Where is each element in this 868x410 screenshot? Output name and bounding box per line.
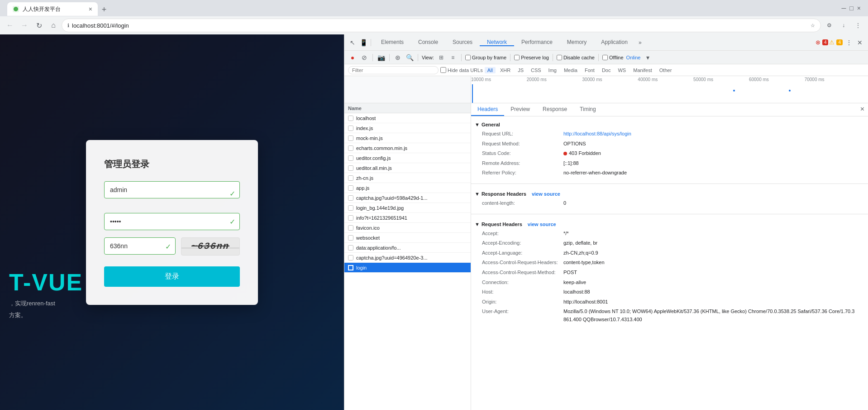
request-item-5[interactable]: ueditor.all.min.js <box>344 163 471 173</box>
menu-icon[interactable]: ⋮ <box>852 19 864 32</box>
request-item-6[interactable]: zh-cn.js <box>344 173 471 183</box>
filter-xhr-button[interactable]: XHR <box>497 67 513 73</box>
request-headers-view-source[interactable]: view source <box>528 222 556 227</box>
list-view-button[interactable]: ≡ <box>448 53 458 62</box>
details-close-button[interactable]: × <box>857 103 868 116</box>
details-tab-timing[interactable]: Timing <box>573 103 602 116</box>
response-headers-view-source[interactable]: view source <box>532 191 560 197</box>
request-item-14[interactable]: captcha.jpg?uuid=4964920e-3... <box>344 253 471 263</box>
tab-application[interactable]: Application <box>594 39 635 46</box>
req-checkbox-7[interactable] <box>348 185 353 191</box>
req-checkbox-5[interactable] <box>348 165 353 171</box>
tab-console[interactable]: Console <box>411 39 445 46</box>
restore-button[interactable]: □ <box>849 5 853 12</box>
request-item-11[interactable]: favicon.ico <box>344 223 471 233</box>
req-checkbox-12[interactable] <box>348 235 353 241</box>
throttle-dropdown[interactable]: ▾ <box>643 53 652 62</box>
filter-button[interactable]: ⊛ <box>393 53 402 62</box>
back-button[interactable]: ← <box>4 19 16 32</box>
req-checkbox-11[interactable] <box>348 225 353 231</box>
filter-font-button[interactable]: Font <box>582 67 597 73</box>
tab-more[interactable]: » <box>635 39 645 46</box>
req-checkbox-10[interactable] <box>348 215 353 221</box>
reload-button[interactable]: ↻ <box>33 19 45 32</box>
tab-sources[interactable]: Sources <box>445 39 480 46</box>
filter-ws-button[interactable]: WS <box>615 67 629 73</box>
req-checkbox-6[interactable] <box>348 175 353 181</box>
req-checkbox-9[interactable] <box>348 205 353 211</box>
tab-memory[interactable]: Memory <box>560 39 594 46</box>
request-item-12[interactable]: websocket <box>344 233 471 243</box>
req-checkbox-4[interactable] <box>348 155 353 161</box>
req-checkbox-2[interactable] <box>348 135 353 141</box>
request-headers-section-header[interactable]: ▼ Request Headers view source <box>471 220 868 229</box>
bookmark-icon[interactable]: ☆ <box>811 23 815 29</box>
extensions-icon[interactable]: ⚙ <box>823 19 835 32</box>
request-item-3[interactable]: echarts.common.min.js <box>344 143 471 153</box>
preserve-log-checkbox[interactable] <box>514 55 520 60</box>
filter-css-button[interactable]: CSS <box>528 67 544 73</box>
request-item-2[interactable]: mock-min.js <box>344 133 471 143</box>
disable-cache-checkbox[interactable] <box>557 55 562 60</box>
forward-button[interactable]: → <box>18 19 31 32</box>
captcha-image[interactable]: ~636nn <box>181 237 240 256</box>
disable-cache-label[interactable]: Disable cache <box>557 55 595 60</box>
request-item-10[interactable]: info?t=1621329651941 <box>344 213 471 223</box>
devtools-inspect-icon[interactable]: ↖ <box>348 38 357 47</box>
tab-close-button[interactable]: × <box>89 5 92 13</box>
search-button[interactable]: 🔍 <box>405 53 414 62</box>
filter-media-button[interactable]: Media <box>561 67 580 73</box>
minimize-button[interactable]: ─ <box>841 5 846 12</box>
request-item-9[interactable]: login_bg.144e19d.jpg <box>344 203 471 213</box>
offline-label[interactable]: Offline <box>602 55 624 60</box>
general-section-header[interactable]: ▼ General <box>471 120 868 129</box>
request-item-1[interactable]: index.js <box>344 123 471 133</box>
tab-network[interactable]: Network <box>480 39 514 46</box>
login-button[interactable]: 登录 <box>104 266 240 287</box>
req-checkbox-0[interactable] <box>348 116 353 121</box>
downloads-icon[interactable]: ↓ <box>837 19 850 32</box>
details-tab-preview[interactable]: Preview <box>504 103 536 116</box>
request-item-7[interactable]: app.js <box>344 183 471 193</box>
req-checkbox-14[interactable] <box>348 255 353 260</box>
password-input[interactable] <box>104 213 240 230</box>
address-bar[interactable]: ℹ localhost:8001/#/login ☆ <box>62 19 821 32</box>
preserve-log-label[interactable]: Preserve log <box>514 55 549 60</box>
offline-checkbox[interactable] <box>602 55 608 60</box>
filter-img-button[interactable]: Img <box>546 67 559 73</box>
response-headers-section-header[interactable]: ▼ Response Headers view source <box>471 189 868 198</box>
tab-elements[interactable]: Elements <box>374 39 411 46</box>
req-checkbox-13[interactable] <box>348 245 353 251</box>
request-item-13[interactable]: data:application/fo... <box>344 243 471 253</box>
filter-manifest-button[interactable]: Manifest <box>630 67 655 73</box>
camera-button[interactable]: 📷 <box>377 53 386 62</box>
devtools-device-icon[interactable]: 📱 <box>359 38 368 47</box>
devtools-close-icon[interactable]: ✕ <box>855 38 864 47</box>
req-checkbox-8[interactable] <box>348 195 353 201</box>
stop-button[interactable]: ⊘ <box>360 53 369 62</box>
request-item-8[interactable]: captcha.jpg?uuid=598a429d-1... <box>344 193 471 203</box>
filter-doc-button[interactable]: Doc <box>599 67 614 73</box>
details-tab-headers[interactable]: Headers <box>471 103 504 116</box>
hide-data-urls-checkbox[interactable] <box>440 67 446 73</box>
home-button[interactable]: ⌂ <box>47 19 60 32</box>
request-item-15[interactable]: login <box>344 263 471 273</box>
username-input[interactable] <box>104 181 240 198</box>
record-button[interactable]: ● <box>348 53 357 62</box>
new-tab-button[interactable]: + <box>98 3 110 16</box>
filter-other-button[interactable]: Other <box>657 67 675 73</box>
group-by-frame-label[interactable]: Group by frame <box>465 55 506 60</box>
request-item-4[interactable]: ueditor.config.js <box>344 153 471 163</box>
filter-input[interactable] <box>348 66 439 74</box>
hide-data-urls-label[interactable]: Hide data URLs <box>440 67 483 73</box>
req-checkbox-3[interactable] <box>348 145 353 151</box>
group-by-frame-checkbox[interactable] <box>465 55 471 60</box>
active-tab[interactable]: 人人快开发平台 × <box>7 2 98 16</box>
devtools-settings-icon[interactable]: ⋮ <box>844 38 854 47</box>
close-button[interactable]: × <box>857 5 861 12</box>
tab-performance[interactable]: Performance <box>514 39 560 46</box>
details-tab-response[interactable]: Response <box>536 103 573 116</box>
filter-all-button[interactable]: All <box>485 67 496 73</box>
grid-view-button[interactable]: ⊞ <box>437 53 446 62</box>
req-checkbox-1[interactable] <box>348 125 353 131</box>
